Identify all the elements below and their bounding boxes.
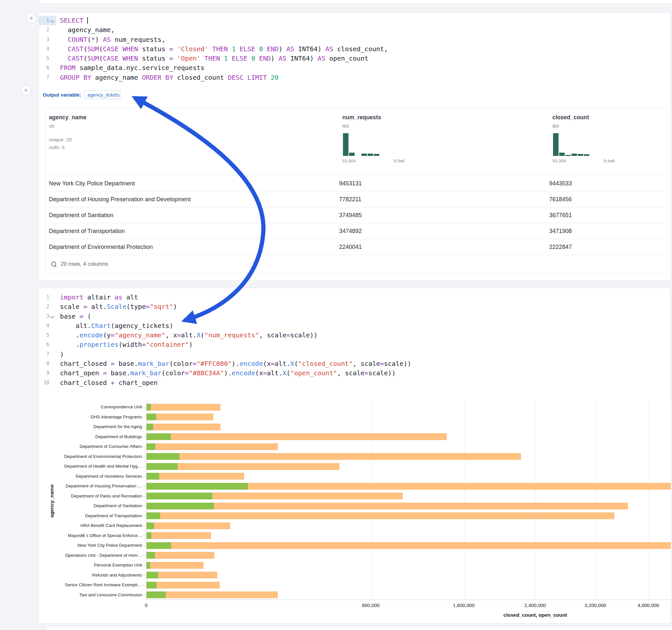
x-tick-label: 0 xyxy=(145,602,147,608)
column-header-num-requests[interactable]: num_requests i64 53,304 9.5e6 xyxy=(339,107,549,175)
gridline xyxy=(596,402,596,600)
y-axis-category-label: Personal Exemption Unit xyxy=(39,560,142,571)
bar-closed_count xyxy=(146,523,230,529)
table-cell: 3749485 xyxy=(339,212,549,219)
y-axis-tick xyxy=(143,546,145,546)
gridline xyxy=(464,402,464,600)
output-variable-chip[interactable]: agency_tickets xyxy=(85,91,121,99)
code-line[interactable]: 8chart_closed = base.mark_bar(color="#FF… xyxy=(39,359,670,368)
table-body: New York City Police Department945313194… xyxy=(46,175,667,255)
gridline xyxy=(371,402,371,600)
code-text: ) xyxy=(56,350,64,359)
table-row[interactable]: Department of Environmental Protection22… xyxy=(46,239,667,255)
bar-open_count xyxy=(146,453,179,460)
y-axis-category-label: Correspondence Unit xyxy=(39,402,142,412)
y-axis-tick xyxy=(143,457,145,457)
y-axis-tick xyxy=(143,506,145,506)
table-cell: Department of Transportation xyxy=(46,228,339,235)
line-number: 7 xyxy=(46,350,49,359)
code-line[interactable]: 10chart_closed + chart_open xyxy=(39,378,670,388)
line-gutter: 1 xyxy=(39,16,56,25)
y-axis-category-label: Department of Health and Mental Hyg… xyxy=(39,461,142,471)
y-axis-category-label: Department of Housing Preservation … xyxy=(39,481,142,491)
y-axis-tick xyxy=(143,585,145,585)
table-row[interactable]: Department of Sanitation37494853677651 xyxy=(46,207,667,223)
bar-open_count xyxy=(146,591,166,598)
y-axis-category-label: Refunds and Adjustments xyxy=(39,571,142,580)
column-header-agency-name[interactable]: agency_name str unique: 20 nulls: 0 xyxy=(46,107,339,175)
histogram-bar xyxy=(559,153,565,156)
line-gutter: 10 xyxy=(39,378,56,388)
x-tick-label: 1,600,000 xyxy=(453,602,475,608)
stat-nulls: nulls: 0 xyxy=(49,144,339,151)
table-row[interactable]: New York City Police Department945313194… xyxy=(46,175,667,191)
code-line[interactable]: 3base = ( xyxy=(39,312,670,321)
x-tick-label: 4,000,000 xyxy=(638,602,659,608)
code-line[interactable]: 4 CAST(SUM(CASE WHEN status = 'Closed' T… xyxy=(39,44,670,54)
table-cell: 7618456 xyxy=(549,196,667,203)
search-icon[interactable] xyxy=(51,261,57,267)
histogram-bar xyxy=(361,153,367,156)
bar-open_count xyxy=(146,423,153,430)
table-cell: 7782211 xyxy=(339,196,549,203)
column-header-closed-count[interactable]: closed_count i64 53,304 9.4e6 xyxy=(549,107,667,175)
bar-open_count xyxy=(146,483,248,490)
histogram-labels: 53,304 9.4e6 xyxy=(552,159,615,163)
bar-closed_count xyxy=(146,582,220,588)
line-number: 7 xyxy=(46,73,49,82)
column-type: str xyxy=(49,123,339,129)
y-axis-category-label: DHS Advantage Programs xyxy=(39,412,142,422)
y-axis-tick xyxy=(143,526,145,526)
collapse-chevron-icon[interactable] xyxy=(50,314,55,319)
code-line[interactable]: 2scale = alt.Scale(type="sqrt") xyxy=(39,302,670,311)
gridline xyxy=(649,402,649,600)
table-cell: Department of Housing Preservation and D… xyxy=(46,196,339,203)
bar-closed_count xyxy=(146,423,220,430)
bar-closed_count xyxy=(146,532,211,539)
histogram-bar xyxy=(584,154,589,156)
code-line[interactable]: 1import altair as alt xyxy=(39,293,670,302)
sql-code-editor[interactable]: 1SELECT 2 agency_name,3 COUNT(*) AS num_… xyxy=(39,16,670,82)
y-axis-category-label: Department of Transportation xyxy=(39,511,142,521)
code-line[interactable]: 1SELECT xyxy=(39,16,670,25)
bar-open_count xyxy=(146,582,157,588)
bar-closed_count xyxy=(146,453,521,460)
histogram-bar xyxy=(368,153,373,156)
bar-open_count xyxy=(146,443,155,450)
code-line[interactable]: 5 CAST(SUM(CASE WHEN status = 'Open' THE… xyxy=(39,54,670,63)
code-text: chart_closed + chart_open xyxy=(56,378,158,388)
python-code-editor[interactable]: 1import altair as alt2scale = alt.Scale(… xyxy=(39,293,670,388)
code-text: chart_closed = base.mark_bar(color="#FFC… xyxy=(56,359,411,368)
code-text: base = ( xyxy=(56,312,91,321)
next-cell-edge xyxy=(46,626,672,630)
code-line[interactable]: 5 .encode(y="agency_name", x=alt.X("num_… xyxy=(39,331,670,340)
table-row[interactable]: Department of Housing Preservation and D… xyxy=(46,191,667,207)
y-axis-tick xyxy=(143,486,145,486)
add-cell-button[interactable]: + xyxy=(21,86,31,95)
code-line[interactable]: 7) xyxy=(39,350,670,359)
row-count-label: 20 rows, 4 columns xyxy=(61,261,108,267)
code-line[interactable]: 7GROUP BY agency_name ORDER BY closed_co… xyxy=(39,73,670,82)
code-line[interactable]: 6FROM sample_data.nyc.service_requests xyxy=(39,63,670,73)
code-line[interactable]: 2 agency_name, xyxy=(39,25,670,35)
collapse-chevron-icon[interactable] xyxy=(50,18,55,23)
line-number: 1 xyxy=(46,293,49,302)
line-number: 3 xyxy=(46,312,49,321)
bar-open_count xyxy=(146,413,156,420)
table-row[interactable]: Department of Transportation347489234719… xyxy=(46,223,667,239)
histogram-bar xyxy=(349,153,355,156)
bar-open_count xyxy=(146,512,160,519)
code-line[interactable]: 4 alt.Chart(agency_tickets) xyxy=(39,321,670,331)
histogram-labels: 53,304 9.5e6 xyxy=(342,159,405,163)
code-line[interactable]: 9chart_open = base.mark_bar(color="#8BC3… xyxy=(39,368,670,378)
table-cell: 3474892 xyxy=(339,228,549,235)
add-cell-button[interactable]: + xyxy=(27,13,36,23)
line-gutter: 9 xyxy=(39,368,56,378)
gridline xyxy=(535,402,536,600)
bar-open_count xyxy=(146,503,214,509)
code-text: FROM sample_data.nyc.service_requests xyxy=(56,63,205,73)
code-text: agency_name, xyxy=(56,25,115,35)
code-line[interactable]: 6 .properties(width="container") xyxy=(39,340,670,349)
code-line[interactable]: 3 COUNT(*) AS num_requests, xyxy=(39,35,670,44)
line-gutter: 4 xyxy=(39,44,56,54)
